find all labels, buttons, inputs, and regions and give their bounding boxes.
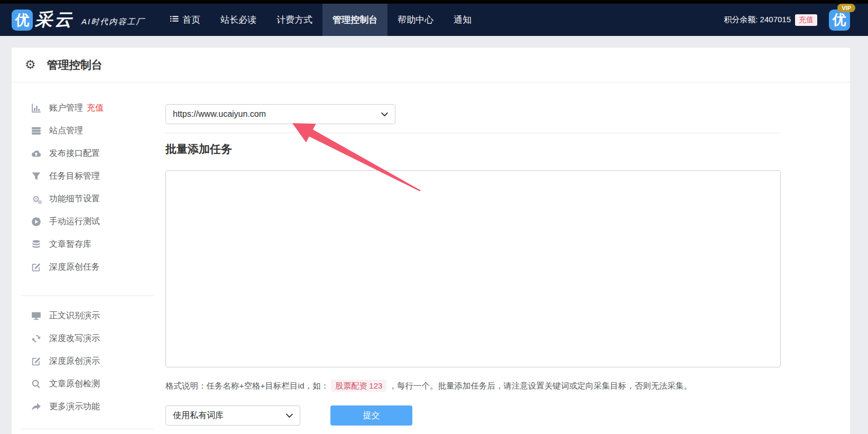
sidebar-item-manual-run[interactable]: 手动运行测试 — [12, 210, 165, 233]
batch-task-textarea[interactable] — [165, 170, 781, 367]
edit-icon — [31, 356, 41, 367]
share-icon — [31, 402, 41, 412]
user-avatar-wrap: 优 VIP — [829, 10, 850, 31]
format-note-prefix: 格式说明：任务名称+空格+目标栏目id，如： — [165, 381, 329, 390]
sidebar-label: 深度原创演示 — [49, 356, 100, 367]
sidebar-item-account[interactable]: 账户管理 充值 — [12, 97, 165, 119]
main-nav: 首页 站长必读 计费方式 管理控制台 帮助中心 通知 — [160, 4, 482, 36]
format-note: 格式说明：任务名称+空格+目标栏目id，如：股票配资 123，每行一个。批量添加… — [165, 381, 792, 392]
console-card: ⚙ 管理控制台 账户管理 充值 站点管理 发布接口配置 任务目标管理 ⚙⚙ 功能… — [12, 48, 850, 434]
browser-top-strip — [0, 0, 868, 4]
nav-label: 管理控制台 — [333, 14, 377, 26]
sidebar-label: 发布接口配置 — [49, 148, 100, 159]
server-icon — [31, 126, 41, 136]
sidebar-divider — [21, 429, 154, 429]
section-title: 批量添加任务 — [165, 142, 792, 156]
top-navbar: 优 采云 AI时代内容工厂 首页 站长必读 计费方式 管理控制台 帮助中心 通知… — [0, 4, 868, 36]
sidebar-recharge-link[interactable]: 充值 — [87, 103, 104, 114]
sidebar-item-deep-original-demo[interactable]: 深度原创演示 — [12, 350, 165, 373]
play-circle-icon — [31, 217, 41, 227]
format-note-suffix: ，每行一个。批量添加任务后，请注意设置关键词或定向采集目标，否则无法采集。 — [389, 381, 692, 390]
recharge-button[interactable]: 充值 — [795, 14, 817, 26]
sidebar-label: 功能细节设置 — [49, 193, 100, 205]
sidebar-label: 深度改写演示 — [49, 333, 100, 344]
topbar-right-group: 积分余额: 2407015 充值 优 VIP — [724, 10, 850, 31]
sidebar-label: 手动运行测试 — [49, 216, 100, 227]
sidebar-item-originality-check[interactable]: 文章原创检测 — [12, 373, 165, 395]
sidebar-item-publish-api[interactable]: 发布接口配置 — [12, 142, 165, 165]
sidebar-label: 站点管理 — [49, 125, 83, 136]
page-header: ⚙ 管理控制台 — [12, 48, 850, 82]
bar-chart-icon — [31, 103, 41, 114]
database-icon — [31, 239, 41, 250]
sidebar-item-task-targets[interactable]: 任务目标管理 — [12, 165, 165, 188]
format-example-chip: 股票配资 123 — [331, 380, 386, 392]
nav-item-console[interactable]: 管理控制台 — [322, 4, 387, 36]
nav-item-webmaster-guide[interactable]: 站长必读 — [210, 4, 266, 36]
list-icon — [170, 14, 179, 26]
sidebar-label: 更多演示功能 — [49, 401, 100, 412]
logo-icon: 优 — [12, 10, 33, 31]
sidebar-label: 文章原创检测 — [49, 378, 100, 390]
cloud-upload-icon — [31, 149, 41, 159]
dictionary-select-value: 使用私有词库 — [173, 410, 286, 421]
sidebar-label: 任务目标管理 — [49, 171, 100, 182]
sidebar-item-deep-rewrite-demo[interactable]: 深度改写演示 — [12, 327, 165, 350]
points-balance: 积分余额: 2407015 — [724, 15, 791, 25]
edit-icon — [31, 262, 41, 273]
sidebar-item-sites[interactable]: 站点管理 — [12, 119, 165, 142]
gears-icon: ⚙⚙ — [31, 194, 41, 205]
sidebar-label: 正文识别演示 — [49, 310, 100, 321]
sidebar-label: 文章暂存库 — [49, 239, 91, 250]
page-title: 管理控制台 — [47, 58, 103, 72]
submit-button[interactable]: 提交 — [330, 405, 412, 426]
monitor-icon — [31, 311, 41, 321]
search-icon — [31, 379, 41, 390]
avatar[interactable]: 优 — [829, 10, 850, 31]
refresh-icon — [31, 334, 41, 344]
nav-label: 首页 — [182, 14, 200, 26]
nav-item-help-center[interactable]: 帮助中心 — [387, 4, 444, 36]
brand-tagline: AI时代内容工厂 — [81, 17, 145, 27]
nav-label: 站长必读 — [220, 14, 256, 26]
vip-badge: VIP — [837, 4, 855, 12]
nav-item-home[interactable]: 首页 — [160, 4, 210, 36]
sidebar-item-more-demos[interactable]: 更多演示功能 — [12, 395, 165, 418]
chevron-down-icon — [381, 112, 388, 117]
nav-label: 通知 — [454, 14, 472, 26]
site-select-value: https://www.ucaiyun.com — [173, 109, 381, 119]
sidebar-item-body-recognition-demo[interactable]: 正文识别演示 — [12, 304, 165, 327]
brand-logo[interactable]: 优 采云 AI时代内容工厂 — [12, 8, 145, 32]
chevron-down-icon — [286, 413, 293, 418]
site-select[interactable]: https://www.ucaiyun.com — [165, 104, 395, 124]
sidebar-item-deep-original-tasks[interactable]: 深度原创任务 — [12, 256, 165, 279]
nav-label: 帮助中心 — [398, 14, 433, 26]
sidebar-label: 深度原创任务 — [49, 262, 100, 273]
brand-name: 采云 — [35, 8, 74, 32]
main-content: https://www.ucaiyun.com 批量添加任务 格式说明：任务名称… — [165, 83, 792, 426]
nav-item-billing[interactable]: 计费方式 — [266, 4, 322, 36]
filter-icon — [31, 171, 41, 182]
sidebar-label: 账户管理 — [49, 103, 83, 114]
content-divider — [165, 133, 781, 133]
nav-label: 计费方式 — [276, 14, 312, 26]
gear-icon: ⚙ — [25, 58, 36, 72]
controls-row: 使用私有词库 提交 — [165, 405, 792, 426]
sidebar-divider — [21, 296, 154, 296]
nav-item-notifications[interactable]: 通知 — [444, 4, 482, 36]
sidebar-item-article-store[interactable]: 文章暂存库 — [12, 233, 165, 256]
sidebar: 账户管理 充值 站点管理 发布接口配置 任务目标管理 ⚙⚙ 功能细节设置 手动运… — [12, 83, 165, 434]
sidebar-item-feature-settings[interactable]: ⚙⚙ 功能细节设置 — [12, 188, 165, 210]
dictionary-select[interactable]: 使用私有词库 — [165, 405, 300, 426]
